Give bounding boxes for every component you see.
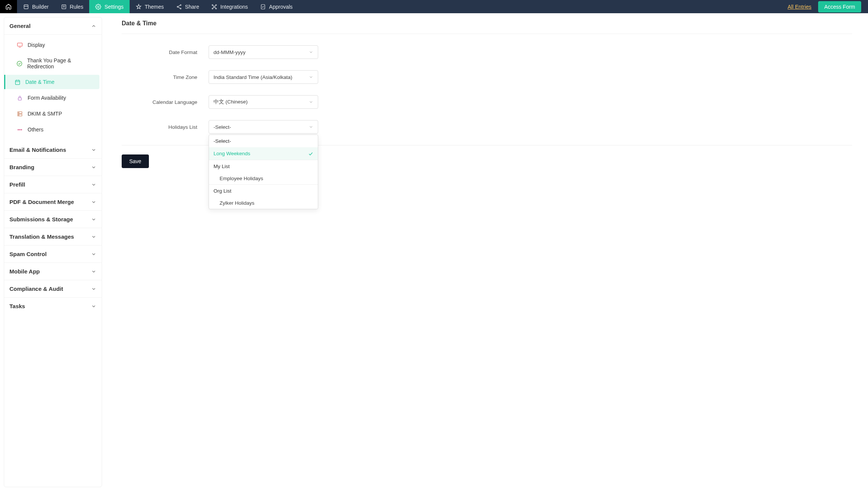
sidebar-item-date-time[interactable]: Date & Time — [4, 75, 99, 89]
nav-tab-integrations[interactable]: Integrations — [205, 0, 254, 13]
server-icon — [16, 110, 23, 117]
sidebar-section-translation-messages[interactable]: Translation & Messages — [4, 228, 102, 246]
sidebar-item-label: DKIM & SMTP — [28, 111, 62, 117]
svg-point-33 — [18, 129, 19, 130]
nav-tab-share[interactable]: Share — [170, 0, 205, 13]
sidebar-item-thank-you-page-redirection[interactable]: Thank You Page & Redirection — [6, 54, 99, 73]
check-circle-icon — [16, 60, 23, 67]
settings-sidebar: GeneralDisplayThank You Page & Redirecti… — [4, 17, 102, 487]
nav-tab-settings[interactable]: Settings — [89, 0, 130, 13]
sidebar-section-label: PDF & Document Merge — [9, 199, 74, 205]
sidebar-section-tasks[interactable]: Tasks — [4, 298, 102, 315]
chevron-down-icon — [309, 75, 313, 79]
sidebar-section-compliance-audit[interactable]: Compliance & Audit — [4, 280, 102, 298]
svg-rect-28 — [18, 97, 22, 100]
dropdown-option[interactable]: Long Weekends — [209, 147, 318, 160]
sidebar-section-branding[interactable]: Branding — [4, 159, 102, 176]
time-zone-label: Time Zone — [122, 74, 209, 80]
svg-line-10 — [178, 7, 180, 8]
chevron-down-icon — [309, 100, 313, 104]
svg-point-31 — [18, 112, 19, 113]
svg-point-15 — [215, 8, 217, 9]
access-form-button[interactable]: Access Form — [818, 1, 861, 12]
sidebar-section-label: Prefill — [9, 181, 25, 188]
nav-tab-approvals[interactable]: Approvals — [254, 0, 299, 13]
calendar-language-select[interactable]: 中文 (Chinese) — [209, 95, 318, 109]
time-zone-select[interactable]: India Standard Time (Asia/Kolkata) — [209, 70, 318, 84]
sidebar-item-display[interactable]: Display — [6, 38, 99, 52]
nav-tab-builder[interactable]: Builder — [17, 0, 55, 13]
holidays-list-select[interactable]: -Select- — [209, 120, 318, 134]
sidebar-section-label: Translation & Messages — [9, 233, 74, 240]
sidebar-section-pdf-document-merge[interactable]: PDF & Document Merge — [4, 193, 102, 211]
dropdown-option-label: -Select- — [214, 138, 231, 144]
calendar-icon — [14, 79, 21, 85]
sidebar-section-mobile-app[interactable]: Mobile App — [4, 263, 102, 280]
chevron-down-icon — [91, 304, 96, 309]
svg-point-14 — [212, 8, 213, 9]
time-zone-value: India Standard Time (Asia/Kolkata) — [214, 74, 292, 80]
date-format-value: dd-MMM-yyyy — [214, 49, 246, 55]
sidebar-item-label: Date & Time — [25, 79, 54, 85]
dropdown-group-label: Org List — [209, 184, 318, 197]
holidays-list-label: Holidays List — [122, 124, 209, 130]
calendar-language-value: 中文 (Chinese) — [214, 99, 248, 105]
sidebar-item-label: Thank You Page & Redirection — [27, 57, 94, 69]
share-icon — [176, 4, 182, 10]
save-button[interactable]: Save — [122, 154, 149, 168]
sidebar-section-label: Branding — [9, 164, 34, 170]
page-title: Date & Time — [122, 20, 852, 34]
date-format-select[interactable]: dd-MMM-yyyy — [209, 45, 318, 59]
nav-tab-label: Rules — [70, 4, 84, 10]
dropdown-option[interactable]: Zylker Holidays — [209, 197, 318, 209]
nav-tab-themes[interactable]: Themes — [130, 0, 170, 13]
nav-tab-label: Integrations — [220, 4, 248, 10]
svg-rect-0 — [24, 5, 28, 9]
check-icon — [308, 151, 313, 156]
lock-icon — [16, 94, 23, 101]
svg-rect-21 — [17, 43, 22, 46]
chevron-down-icon — [309, 125, 313, 129]
rules-icon — [61, 4, 67, 10]
holidays-list-value: -Select- — [214, 124, 231, 130]
display-icon — [16, 42, 23, 48]
sidebar-section-label: Compliance & Audit — [9, 286, 63, 292]
sidebar-section-prefill[interactable]: Prefill — [4, 176, 102, 193]
svg-line-18 — [213, 7, 214, 8]
svg-point-5 — [97, 6, 99, 8]
svg-point-8 — [180, 8, 181, 9]
sidebar-section-email-notifications[interactable]: Email & Notifications — [4, 141, 102, 159]
svg-line-9 — [178, 5, 180, 6]
home-button[interactable] — [0, 0, 17, 13]
svg-point-12 — [212, 5, 213, 6]
svg-line-17 — [215, 5, 215, 6]
chevron-down-icon — [91, 147, 96, 153]
nav-tab-label: Approvals — [269, 4, 292, 10]
chevron-down-icon — [91, 165, 96, 170]
svg-point-23 — [17, 61, 22, 66]
svg-point-35 — [21, 129, 22, 130]
sidebar-section-spam-control[interactable]: Spam Control — [4, 246, 102, 263]
sidebar-section-label: Submissions & Storage — [9, 216, 73, 222]
sidebar-item-dkim-smtp[interactable]: DKIM & SMTP — [6, 107, 99, 121]
chevron-down-icon — [91, 217, 96, 222]
nav-tab-rules[interactable]: Rules — [55, 0, 90, 13]
sidebar-item-form-availability[interactable]: Form Availability — [6, 91, 99, 105]
nav-tab-label: Share — [185, 4, 199, 10]
integrations-icon — [211, 4, 217, 10]
svg-rect-2 — [62, 5, 66, 9]
all-entries-link[interactable]: All Entries — [788, 4, 811, 10]
sidebar-item-others[interactable]: Others — [6, 122, 99, 137]
svg-line-19 — [215, 7, 215, 8]
nav-tab-label: Builder — [32, 4, 49, 10]
svg-line-16 — [213, 5, 214, 6]
dropdown-option[interactable]: -Select- — [209, 135, 318, 147]
sidebar-section-submissions-storage[interactable]: Submissions & Storage — [4, 211, 102, 228]
sidebar-item-label: Others — [28, 127, 43, 133]
sidebar-section-label: General — [9, 23, 31, 29]
date-format-label: Date Format — [122, 49, 209, 55]
dropdown-option[interactable]: Employee Holidays — [209, 173, 318, 184]
calendar-language-label: Calendar Language — [122, 99, 209, 105]
top-nav: BuilderRulesSettingsThemesShareIntegrati… — [0, 0, 868, 13]
sidebar-section-general[interactable]: General — [4, 17, 102, 35]
